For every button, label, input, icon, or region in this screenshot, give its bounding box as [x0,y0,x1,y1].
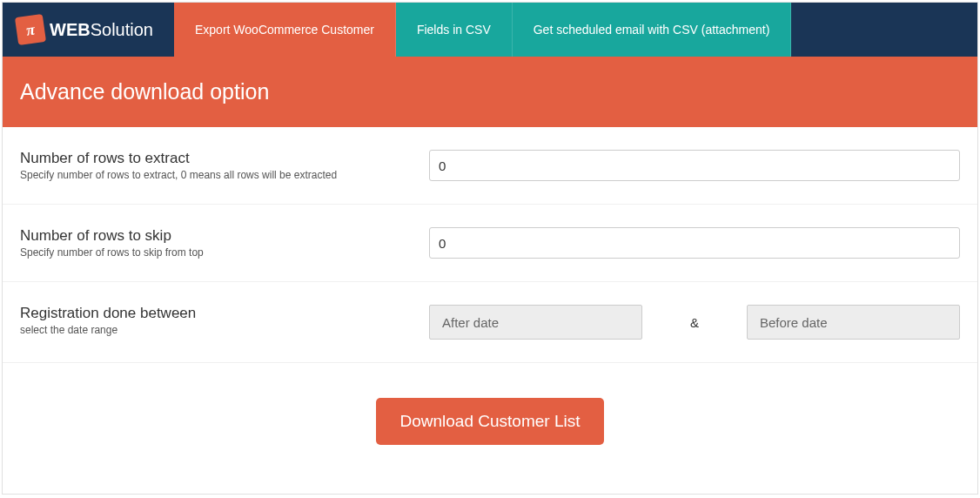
rows-skip-input[interactable] [429,227,960,259]
page-title: Advance download option [20,79,269,104]
field-label: Registration done between [20,305,429,322]
label-col: Registration done between select the dat… [20,305,429,340]
form-area: Number of rows to extract Specify number… [3,127,977,471]
button-row: Download Customer List [3,363,977,471]
input-col [429,150,960,181]
nav-spacer [791,3,977,57]
field-rows-skip: Number of rows to skip Specify number of… [3,205,977,282]
field-description: Specify number of rows to extract, 0 mea… [20,169,429,181]
field-description: select the date range [20,324,429,336]
tab-fields-csv[interactable]: Fields in CSV [396,3,513,57]
after-date-input[interactable] [429,305,642,340]
logo: π WEBSolution [3,3,174,57]
tab-scheduled-email[interactable]: Get scheduled email with CSV (attachment… [513,3,792,57]
tab-label: Fields in CSV [417,23,491,37]
logo-text: WEBSolution [50,20,153,40]
label-col: Number of rows to skip Specify number of… [20,227,429,259]
header-nav: π WEBSolution Export WooCommerce Custome… [3,3,977,57]
tab-label: Get scheduled email with CSV (attachment… [534,23,770,37]
field-rows-extract: Number of rows to extract Specify number… [3,127,977,205]
before-date-input[interactable] [747,305,960,340]
field-label: Number of rows to extract [20,150,429,167]
page-title-banner: Advance download option [3,57,977,127]
rows-extract-input[interactable] [429,150,960,181]
label-col: Number of rows to extract Specify number… [20,150,429,181]
field-date-range: Registration done between select the dat… [3,282,977,363]
content-area: Advance download option Number of rows t… [3,57,977,471]
input-col [429,227,960,259]
tab-export-customer[interactable]: Export WooCommerce Customer [174,3,396,57]
pi-logo-icon: π [15,14,46,45]
field-label: Number of rows to skip [20,227,429,245]
date-separator: & [642,315,747,330]
download-customer-list-button[interactable]: Download Customer List [376,398,605,445]
tab-label: Export WooCommerce Customer [195,23,374,37]
date-range-inputs: & [429,305,960,340]
field-description: Specify number of rows to skip from top [20,246,429,259]
